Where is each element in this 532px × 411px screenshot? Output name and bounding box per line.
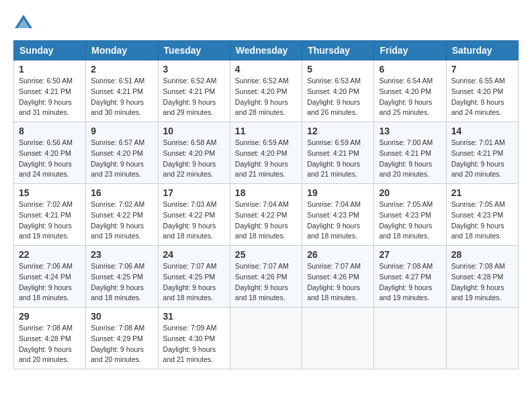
calendar-day-cell: 27Sunrise: 7:08 AM Sunset: 4:27 PM Dayli… [374,246,446,308]
day-info: Sunrise: 7:07 AM Sunset: 4:25 PM Dayligh… [163,261,225,304]
day-number: 5 [307,64,369,75]
day-number: 26 [307,249,369,260]
day-info: Sunrise: 7:07 AM Sunset: 4:26 PM Dayligh… [307,261,369,304]
day-number: 18 [235,187,297,198]
day-number: 4 [235,64,297,75]
calendar-day-cell: 31Sunrise: 7:09 AM Sunset: 4:30 PM Dayli… [158,308,230,369]
weekday-header: Sunday [14,41,86,60]
calendar-day-cell: 12Sunrise: 6:59 AM Sunset: 4:21 PM Dayli… [302,122,374,184]
day-number: 19 [307,187,369,198]
calendar-day-cell: 9Sunrise: 6:57 AM Sunset: 4:20 PM Daylig… [86,122,158,184]
day-number: 20 [379,187,441,198]
day-number: 28 [451,249,513,260]
calendar-day-cell: 6Sunrise: 6:54 AM Sunset: 4:20 PM Daylig… [374,60,446,122]
day-number: 6 [379,64,441,75]
calendar-day-cell: 13Sunrise: 7:00 AM Sunset: 4:21 PM Dayli… [374,122,446,184]
day-info: Sunrise: 7:07 AM Sunset: 4:26 PM Dayligh… [235,261,297,304]
day-number: 8 [19,126,81,136]
day-number: 21 [451,187,513,198]
calendar-day-cell: 28Sunrise: 7:08 AM Sunset: 4:28 PM Dayli… [446,246,518,308]
calendar-table: SundayMondayTuesdayWednesdayThursdayFrid… [13,40,519,369]
calendar-day-cell [374,308,446,369]
day-number: 31 [163,311,225,322]
calendar-week-row: 22Sunrise: 7:06 AM Sunset: 4:24 PM Dayli… [14,246,519,308]
day-info: Sunrise: 6:54 AM Sunset: 4:20 PM Dayligh… [379,76,441,118]
calendar-day-cell: 23Sunrise: 7:06 AM Sunset: 4:25 PM Dayli… [86,246,158,308]
calendar-day-cell: 19Sunrise: 7:04 AM Sunset: 4:23 PM Dayli… [302,184,374,246]
calendar-day-cell [302,308,374,369]
calendar-body: 1Sunrise: 6:50 AM Sunset: 4:21 PM Daylig… [14,60,519,369]
day-number: 7 [451,64,513,75]
day-info: Sunrise: 7:04 AM Sunset: 4:22 PM Dayligh… [235,199,297,242]
day-info: Sunrise: 6:53 AM Sunset: 4:20 PM Dayligh… [307,76,369,118]
calendar-day-cell: 14Sunrise: 7:01 AM Sunset: 4:21 PM Dayli… [446,122,518,184]
day-info: Sunrise: 7:02 AM Sunset: 4:21 PM Dayligh… [19,199,81,242]
day-info: Sunrise: 6:57 AM Sunset: 4:20 PM Dayligh… [91,138,152,180]
day-info: Sunrise: 6:52 AM Sunset: 4:20 PM Dayligh… [235,76,297,118]
calendar-day-cell: 30Sunrise: 7:08 AM Sunset: 4:29 PM Dayli… [86,308,158,369]
day-number: 24 [163,249,225,260]
calendar-day-cell: 16Sunrise: 7:02 AM Sunset: 4:22 PM Dayli… [86,184,158,246]
calendar-day-cell: 21Sunrise: 7:05 AM Sunset: 4:23 PM Dayli… [446,184,518,246]
calendar-header-row: SundayMondayTuesdayWednesdayThursdayFrid… [14,41,519,60]
day-info: Sunrise: 7:05 AM Sunset: 4:23 PM Dayligh… [379,199,441,242]
day-number: 23 [91,249,152,260]
weekday-header: Saturday [446,41,518,60]
calendar-day-cell: 29Sunrise: 7:08 AM Sunset: 4:28 PM Dayli… [14,308,86,369]
calendar-week-row: 8Sunrise: 6:56 AM Sunset: 4:20 PM Daylig… [14,122,519,184]
day-number: 1 [19,64,81,75]
calendar-week-row: 29Sunrise: 7:08 AM Sunset: 4:28 PM Dayli… [14,308,519,369]
day-info: Sunrise: 6:52 AM Sunset: 4:21 PM Dayligh… [163,76,225,118]
day-number: 10 [163,126,225,136]
weekday-header: Monday [86,41,158,60]
day-number: 14 [451,126,513,136]
calendar-day-cell: 26Sunrise: 7:07 AM Sunset: 4:26 PM Dayli… [302,246,374,308]
calendar-day-cell: 10Sunrise: 6:58 AM Sunset: 4:20 PM Dayli… [158,122,230,184]
calendar-day-cell: 20Sunrise: 7:05 AM Sunset: 4:23 PM Dayli… [374,184,446,246]
weekday-header: Friday [374,41,446,60]
calendar-day-cell: 8Sunrise: 6:56 AM Sunset: 4:20 PM Daylig… [14,122,86,184]
weekday-header: Wednesday [230,41,302,60]
day-number: 3 [163,64,225,75]
day-info: Sunrise: 7:04 AM Sunset: 4:23 PM Dayligh… [307,199,369,242]
day-number: 29 [19,311,81,322]
calendar-day-cell: 2Sunrise: 6:51 AM Sunset: 4:21 PM Daylig… [86,60,158,122]
day-number: 25 [235,249,297,260]
calendar-day-cell: 15Sunrise: 7:02 AM Sunset: 4:21 PM Dayli… [14,184,86,246]
day-info: Sunrise: 6:50 AM Sunset: 4:21 PM Dayligh… [19,76,81,118]
day-info: Sunrise: 7:05 AM Sunset: 4:23 PM Dayligh… [451,199,513,242]
day-info: Sunrise: 7:08 AM Sunset: 4:28 PM Dayligh… [451,261,513,304]
day-info: Sunrise: 6:55 AM Sunset: 4:20 PM Dayligh… [451,76,513,118]
calendar-day-cell: 7Sunrise: 6:55 AM Sunset: 4:20 PM Daylig… [446,60,518,122]
day-number: 17 [163,187,225,198]
calendar-day-cell: 4Sunrise: 6:52 AM Sunset: 4:20 PM Daylig… [230,60,302,122]
day-number: 11 [235,126,297,136]
day-info: Sunrise: 6:59 AM Sunset: 4:20 PM Dayligh… [235,138,297,180]
day-number: 13 [379,126,441,136]
day-number: 12 [307,126,369,136]
day-info: Sunrise: 6:51 AM Sunset: 4:21 PM Dayligh… [91,76,152,118]
logo-icon [13,13,34,34]
day-info: Sunrise: 7:08 AM Sunset: 4:28 PM Dayligh… [19,323,81,365]
day-info: Sunrise: 7:02 AM Sunset: 4:22 PM Dayligh… [91,199,152,242]
day-info: Sunrise: 6:59 AM Sunset: 4:21 PM Dayligh… [307,138,369,180]
calendar-week-row: 1Sunrise: 6:50 AM Sunset: 4:21 PM Daylig… [14,60,519,122]
day-info: Sunrise: 7:03 AM Sunset: 4:22 PM Dayligh… [163,199,225,242]
calendar-day-cell: 22Sunrise: 7:06 AM Sunset: 4:24 PM Dayli… [14,246,86,308]
calendar-day-cell: 17Sunrise: 7:03 AM Sunset: 4:22 PM Dayli… [158,184,230,246]
day-info: Sunrise: 7:09 AM Sunset: 4:30 PM Dayligh… [163,323,225,365]
day-number: 2 [91,64,152,75]
calendar-day-cell: 5Sunrise: 6:53 AM Sunset: 4:20 PM Daylig… [302,60,374,122]
calendar-day-cell: 18Sunrise: 7:04 AM Sunset: 4:22 PM Dayli… [230,184,302,246]
calendar-day-cell [230,308,302,369]
page-header [13,13,519,34]
calendar-day-cell: 24Sunrise: 7:07 AM Sunset: 4:25 PM Dayli… [158,246,230,308]
day-info: Sunrise: 7:08 AM Sunset: 4:29 PM Dayligh… [91,323,152,365]
calendar-day-cell [446,308,518,369]
day-number: 27 [379,249,441,260]
day-info: Sunrise: 7:08 AM Sunset: 4:27 PM Dayligh… [379,261,441,304]
calendar-day-cell: 25Sunrise: 7:07 AM Sunset: 4:26 PM Dayli… [230,246,302,308]
calendar-week-row: 15Sunrise: 7:02 AM Sunset: 4:21 PM Dayli… [14,184,519,246]
calendar-day-cell: 3Sunrise: 6:52 AM Sunset: 4:21 PM Daylig… [158,60,230,122]
weekday-header: Tuesday [158,41,230,60]
